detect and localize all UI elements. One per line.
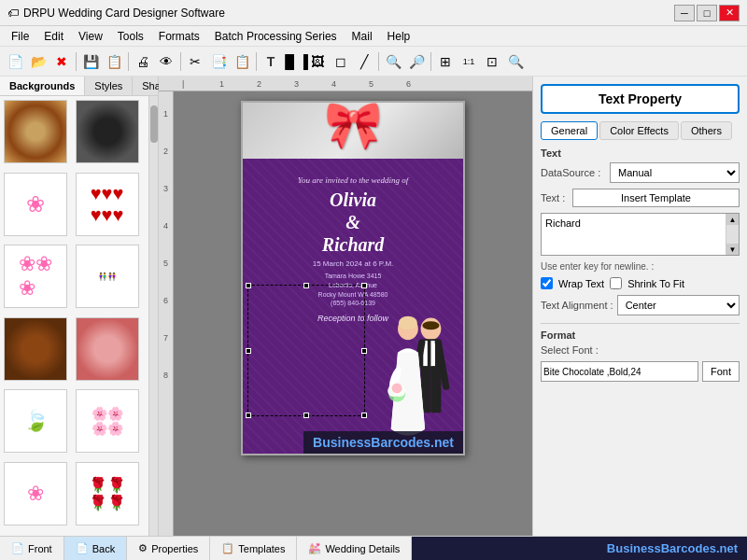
menu-edit[interactable]: Edit: [36, 28, 71, 45]
toolbar-save[interactable]: 💾: [79, 50, 102, 73]
menu-help[interactable]: Help: [380, 28, 418, 45]
toolbar-grid[interactable]: ⊞: [434, 50, 457, 73]
main-layout: Backgrounds Styles Shapes ❀ ♥♥♥♥♥♥ ❀❀❀ 👫…: [0, 77, 747, 536]
text-area-scrollbar[interactable]: ▲ ▼: [726, 214, 739, 255]
card-date: 15 March 2024 at 6 P.M.: [313, 259, 394, 268]
handle-br[interactable]: [361, 413, 367, 418]
tab-backgrounds[interactable]: Backgrounds: [0, 77, 85, 95]
list-item[interactable]: 🍃: [4, 389, 67, 453]
card-canvas[interactable]: 🎀 You are invited to the wedding of Oliv…: [174, 91, 532, 536]
tab-general[interactable]: General: [541, 121, 598, 140]
list-item[interactable]: 👫👭: [76, 245, 139, 308]
toolbar-sep5: [378, 52, 379, 71]
toolbar-cut[interactable]: ✂: [184, 50, 206, 73]
wedding-card: 🎀 You are invited to the wedding of Oliv…: [241, 101, 465, 455]
handle-mr[interactable]: [361, 348, 367, 354]
toolbar-zoom-in[interactable]: 🔍: [382, 50, 404, 73]
tab-others[interactable]: Others: [681, 121, 732, 140]
tab-color-effects[interactable]: Color Effects: [599, 121, 679, 140]
front-icon: 📄: [11, 542, 24, 554]
toolbar-shape[interactable]: ◻: [330, 50, 352, 73]
menu-formats[interactable]: Formats: [151, 28, 207, 45]
minimize-button[interactable]: ─: [674, 5, 695, 21]
card-invite-text: You are invited to the wedding of: [298, 175, 408, 185]
scroll-thumb[interactable]: [150, 105, 158, 143]
menu-view[interactable]: View: [71, 28, 110, 45]
menu-batch[interactable]: Batch Processing Series: [207, 28, 345, 45]
toolbar-image[interactable]: 🖼: [306, 50, 329, 73]
list-item[interactable]: ❀❀❀: [4, 245, 67, 308]
status-bar: 📄 Front 📄 Back ⚙ Properties 📋 Templates …: [0, 536, 747, 560]
menu-tools[interactable]: Tools: [110, 28, 151, 45]
handle-tl[interactable]: [246, 283, 251, 288]
scroll-up-btn[interactable]: ▲: [726, 214, 739, 225]
toolbar-save-as[interactable]: 📋: [103, 50, 125, 73]
toolbar-new[interactable]: 📄: [4, 50, 26, 73]
app-icon: 🏷: [7, 7, 19, 20]
toolbar-open[interactable]: 📂: [27, 50, 49, 73]
thumbnail-icon: ❀❀❀: [19, 252, 52, 301]
scroll-down-btn[interactable]: ▼: [726, 244, 739, 255]
left-panel: Backgrounds Styles Shapes ❀ ♥♥♥♥♥♥ ❀❀❀ 👫…: [0, 77, 159, 536]
watermark-text: BusinessBarcodes.net: [313, 435, 454, 450]
thumbnail-icon: ♥♥♥♥♥♥: [91, 183, 124, 226]
properties-label: Properties: [151, 543, 198, 554]
menu-mail[interactable]: Mail: [345, 28, 380, 45]
wedding-details-button[interactable]: 💒 Wedding Details: [297, 537, 412, 561]
handle-bc[interactable]: [303, 413, 309, 418]
toolbar-copy[interactable]: 📑: [207, 50, 230, 73]
tab-styles[interactable]: Styles: [85, 77, 133, 95]
toolbar-barcode[interactable]: ▐▌▐: [283, 50, 305, 73]
back-button[interactable]: 📄 Back: [64, 537, 127, 561]
list-item[interactable]: 🌹🌹🌹🌹: [76, 462, 139, 525]
right-panel: Text Property General Color Effects Othe…: [532, 77, 747, 536]
toolbar-preview[interactable]: 👁: [155, 50, 177, 73]
toolbar-line[interactable]: ╱: [353, 50, 375, 73]
handle-ml[interactable]: [246, 348, 251, 354]
shrink-to-fit-checkbox[interactable]: [610, 277, 622, 289]
alignment-select[interactable]: Center Left Right: [617, 295, 740, 315]
list-item[interactable]: 🌸🌸🌸🌸: [76, 389, 139, 453]
menu-file[interactable]: File: [4, 28, 36, 45]
toolbar-search[interactable]: 🔍: [504, 50, 527, 73]
handle-tr[interactable]: [361, 283, 367, 288]
font-input[interactable]: [541, 361, 698, 382]
handle-tc[interactable]: [303, 283, 309, 288]
datasource-select[interactable]: Manual: [610, 162, 740, 183]
list-item[interactable]: ❀: [4, 462, 67, 525]
text-area-content[interactable]: Richard: [545, 217, 722, 251]
templates-button[interactable]: 📋 Templates: [210, 537, 297, 561]
close-button[interactable]: ✕: [719, 5, 740, 21]
toolbar-zoom-out[interactable]: 🔎: [405, 50, 428, 73]
toolbar-fit[interactable]: ⊡: [481, 50, 503, 73]
list-item[interactable]: [4, 317, 67, 381]
wrap-text-label: Wrap Text: [558, 278, 604, 289]
toolbar-text[interactable]: T: [260, 50, 282, 73]
toolbar-close[interactable]: ✖: [50, 50, 73, 73]
toolbar-print[interactable]: 🖨: [132, 50, 154, 73]
ruler-vertical: 12345678: [159, 91, 174, 536]
toolbar-paste[interactable]: 📋: [231, 50, 253, 73]
list-item[interactable]: [76, 100, 139, 163]
scrollbar[interactable]: [148, 96, 158, 536]
list-item[interactable]: [4, 100, 67, 163]
card-name2: Richard: [322, 234, 385, 255]
wrap-text-checkbox[interactable]: [541, 277, 553, 289]
card-ampersand: &: [345, 212, 360, 232]
list-item[interactable]: ♥♥♥♥♥♥: [76, 173, 139, 236]
toolbar-100[interactable]: 1:1: [458, 50, 480, 73]
insert-template-button[interactable]: Insert Template: [572, 189, 740, 207]
maximize-button[interactable]: □: [697, 5, 717, 21]
toolbar-sep4: [256, 52, 257, 71]
selection-handles: [247, 285, 365, 416]
handle-bl[interactable]: [246, 413, 251, 418]
front-button[interactable]: 📄 Front: [0, 537, 64, 561]
font-button[interactable]: Font: [702, 361, 740, 382]
text-row: Text : Insert Template: [541, 189, 740, 207]
alignment-row: Text Alignment : Center Left Right: [541, 295, 740, 315]
text-area-wrapper: Richard ▲ ▼: [541, 213, 740, 256]
watermark: BusinessBarcodes.net: [303, 431, 463, 454]
properties-button[interactable]: ⚙ Properties: [127, 537, 210, 561]
list-item[interactable]: ❀: [4, 173, 67, 236]
list-item[interactable]: [76, 317, 139, 381]
